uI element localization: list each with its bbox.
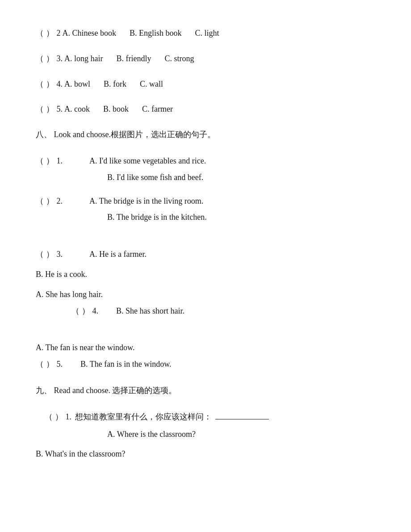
s8q5-row-a-standalone: A. The fan is near the window. bbox=[36, 341, 375, 354]
option-4a: A. bowl bbox=[64, 78, 90, 91]
question-4: （ ） 4. A. bowl B. fork C. wall bbox=[36, 78, 375, 91]
bracket-4: （ ） bbox=[36, 78, 54, 91]
s8q3-num: 3. bbox=[57, 248, 63, 261]
s9q1-prompt: 想知道教室里有什么，你应该这样问： bbox=[75, 411, 212, 423]
s8q2-option-a: A. The bridge is in the living room. bbox=[89, 195, 203, 208]
s9q1-underline bbox=[215, 419, 269, 419]
s8q4-option-a: A. She has long hair. bbox=[36, 288, 103, 301]
s8q2-option-b: B. The bridge is in the kitchen. bbox=[107, 211, 207, 224]
option-4c: C. wall bbox=[140, 78, 163, 91]
s8q5-row-b: （ ） 5. B. The fan is in the window. bbox=[36, 358, 375, 371]
question-5: （ ） 5. A. cook B. book C. farmer bbox=[36, 103, 375, 116]
option-5c: C. farmer bbox=[142, 103, 173, 116]
option-3c: C. strong bbox=[164, 52, 194, 65]
s9q1-prompt-row: （ ） 1. 想知道教室里有什么，你应该这样问： bbox=[45, 411, 375, 423]
option-4b: B. fork bbox=[104, 78, 126, 91]
section9-q1: （ ） 1. 想知道教室里有什么，你应该这样问： A. Where is the… bbox=[36, 411, 375, 441]
s9q1-option-a: A. Where is the classroom? bbox=[107, 428, 196, 441]
s9q1-num: 1. bbox=[66, 411, 72, 423]
section-nine-label: 九、 bbox=[36, 386, 52, 395]
s8q3-row-a: （ ） 3. A. He is a farmer. bbox=[36, 248, 375, 261]
option-3a: A. long hair bbox=[64, 52, 103, 65]
option-3b: B. friendly bbox=[116, 52, 151, 65]
s8q2-num: 2. bbox=[57, 195, 63, 208]
s9q1-option-b: B. What's in the classroom? bbox=[36, 448, 125, 461]
s8q5-option-a: A. The fan is near the window. bbox=[36, 341, 134, 354]
section-eight-instruction: Look and choose.根据图片，选出正确的句子。 bbox=[54, 130, 215, 139]
section8-q1: （ ） 1. A. I'd like some vegetables and r… bbox=[36, 155, 375, 184]
option-5b: B. book bbox=[103, 103, 129, 116]
s8q2-row-a: （ ） 2. A. The bridge is in the living ro… bbox=[36, 195, 375, 208]
s8q2-bracket: （ ） bbox=[36, 195, 54, 208]
bracket-2: （ ） bbox=[36, 27, 54, 40]
section8-q2: （ ） 2. A. The bridge is in the living ro… bbox=[36, 195, 375, 224]
s9q1-row-b-standalone: B. What's in the classroom? bbox=[36, 448, 375, 461]
question-2: （ ） 2 A. Chinese book B. English book C.… bbox=[36, 27, 375, 40]
options-3: A. long hair B. friendly C. strong bbox=[64, 52, 194, 65]
s8q4-bracket: （ ） bbox=[71, 305, 90, 318]
section8-q5: （ ） 5. B. The fan is in the window. bbox=[36, 358, 375, 371]
s8q1-row-b: B. I'd like some fish and beef. bbox=[107, 171, 375, 184]
s8q5-bracket: （ ） bbox=[36, 358, 54, 371]
s8q1-row-a: （ ） 1. A. I'd like some vegetables and r… bbox=[36, 155, 375, 168]
options-5: A. cook B. book C. farmer bbox=[64, 103, 173, 116]
s8q5-num: 5. bbox=[57, 358, 63, 371]
bracket-3: （ ） bbox=[36, 52, 54, 65]
s8q3-row-b-standalone: B. He is a cook. bbox=[36, 268, 375, 281]
s8q3-bracket: （ ） bbox=[36, 248, 54, 261]
section-nine-header: 九、 Read and choose. 选择正确的选项。 bbox=[36, 384, 375, 397]
question-3: （ ） 3. A. long hair B. friendly C. stron… bbox=[36, 52, 375, 65]
s8q4-num: 4. bbox=[92, 305, 99, 318]
s8q1-option-a: A. I'd like some vegetables and rice. bbox=[89, 155, 206, 168]
option-2c: C. light bbox=[195, 27, 219, 40]
s8q5-option-b: B. The fan is in the window. bbox=[80, 358, 171, 371]
option-2a: A. Chinese book bbox=[63, 27, 117, 40]
s8q1-option-b: B. I'd like some fish and beef. bbox=[107, 171, 203, 184]
s8q1-num: 1. bbox=[57, 155, 63, 168]
num-4: 4. bbox=[57, 78, 63, 91]
bracket-5: （ ） bbox=[36, 103, 54, 116]
section8-q3: （ ） 3. A. He is a farmer. bbox=[36, 248, 375, 261]
option-2b: B. English book bbox=[130, 27, 182, 40]
s9q1-bracket: （ ） bbox=[45, 411, 63, 423]
options-4: A. bowl B. fork C. wall bbox=[64, 78, 163, 91]
num-5: 5. bbox=[57, 103, 63, 116]
s8q4-option-b: B. She has short hair. bbox=[116, 305, 185, 318]
options-2: A. Chinese book B. English book C. light bbox=[63, 27, 219, 40]
s8q1-bracket: （ ） bbox=[36, 155, 54, 168]
section-eight-label: 八、 bbox=[36, 130, 52, 139]
s8q2-row-b: B. The bridge is in the kitchen. bbox=[107, 211, 375, 224]
section-eight-header: 八、 Look and choose.根据图片，选出正确的句子。 bbox=[36, 128, 375, 141]
section-nine-instruction: Read and choose. 选择正确的选项。 bbox=[54, 386, 177, 395]
num-3: 3. bbox=[57, 52, 63, 65]
s8q3-option-b: B. He is a cook. bbox=[36, 268, 87, 281]
num-2: 2 bbox=[57, 27, 61, 40]
option-5a: A. cook bbox=[64, 103, 90, 116]
s9q1-option-a-row: A. Where is the classroom? bbox=[107, 428, 375, 441]
section8-q4: （ ） 4. B. She has short hair. bbox=[36, 305, 375, 318]
s8q3-option-a: A. He is a farmer. bbox=[89, 248, 147, 261]
s8q4-row-b: （ ） 4. B. She has short hair. bbox=[71, 305, 375, 318]
s8q4-row-a-standalone: A. She has long hair. bbox=[36, 288, 375, 301]
